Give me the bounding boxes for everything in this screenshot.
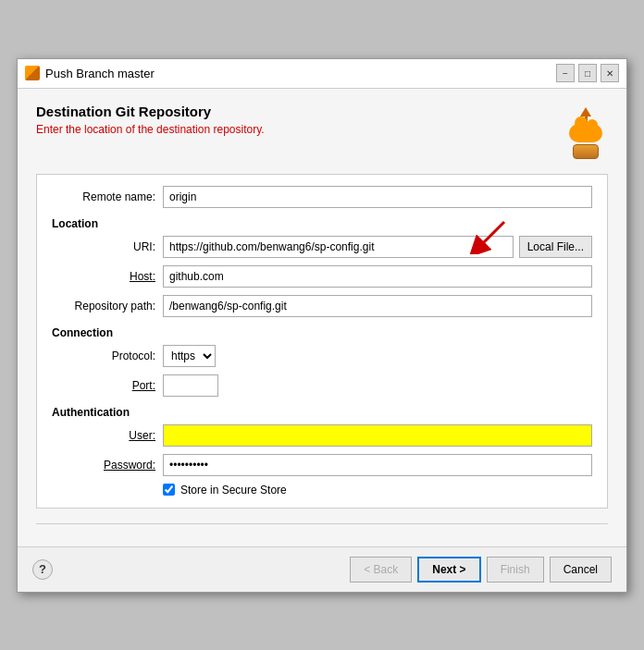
cylinder-icon: [573, 144, 599, 158]
password-label: Password:: [52, 459, 163, 472]
port-label: Port:: [52, 379, 163, 392]
window-icon: [25, 66, 40, 80]
local-file-button[interactable]: Local File...: [519, 236, 592, 258]
header-section: Destination Git Repository Enter the loc…: [36, 104, 608, 159]
cloud-body-icon: [569, 124, 602, 143]
repo-path-label: Repository path:: [52, 300, 163, 313]
help-button[interactable]: ?: [32, 559, 53, 580]
title-bar: Push Branch master − □ ✕: [18, 59, 626, 89]
uri-label: URI:: [52, 240, 163, 253]
cloud-upload-icon: [564, 107, 608, 159]
auth-heading: Authentication: [52, 406, 592, 419]
form-section: Remote name: Location: [36, 174, 608, 509]
repo-path-input[interactable]: [163, 295, 592, 317]
location-heading: Location: [52, 217, 592, 230]
uri-input[interactable]: [163, 236, 514, 258]
footer-left: ?: [32, 559, 53, 580]
close-button[interactable]: ✕: [601, 64, 619, 82]
user-row: User:: [52, 424, 592, 447]
dialog-subtitle: Enter the location of the destination re…: [36, 123, 265, 136]
window-title: Push Branch master: [45, 67, 556, 80]
push-branch-window: Push Branch master − □ ✕ Destination Git…: [17, 58, 627, 593]
secure-store-row: Store in Secure Store: [163, 484, 592, 497]
password-input[interactable]: [163, 454, 592, 476]
minimize-button[interactable]: −: [556, 64, 575, 82]
secure-store-label: Store in Secure Store: [180, 484, 287, 497]
window-controls: − □ ✕: [556, 64, 619, 82]
cancel-button[interactable]: Cancel: [550, 557, 612, 583]
uri-input-wrap: [163, 236, 514, 258]
port-input[interactable]: [163, 374, 218, 397]
protocol-select[interactable]: https http ssh git: [163, 345, 216, 367]
protocol-row: Protocol: https http ssh git: [52, 345, 592, 367]
host-input[interactable]: [163, 265, 592, 288]
remote-name-input[interactable]: [163, 186, 592, 208]
port-row: Port:: [52, 374, 592, 397]
connection-heading: Connection: [52, 326, 592, 339]
host-row: Host:: [52, 265, 592, 288]
user-input[interactable]: [163, 424, 592, 447]
restore-button[interactable]: □: [578, 64, 597, 82]
user-label: User:: [52, 429, 163, 442]
finish-button[interactable]: Finish: [487, 557, 544, 583]
repo-path-row: Repository path:: [52, 295, 592, 317]
uri-row: URI: Local File...: [52, 236, 592, 258]
next-button[interactable]: Next >: [417, 557, 480, 583]
secure-store-checkbox[interactable]: [163, 484, 175, 496]
password-row: Password:: [52, 454, 592, 476]
divider: [36, 523, 608, 524]
remote-name-label: Remote name:: [52, 190, 163, 203]
remote-name-row: Remote name:: [52, 186, 592, 208]
uri-section: URI: Local File...: [52, 236, 592, 258]
dialog-content: Destination Git Repository Enter the loc…: [18, 89, 626, 546]
header-text: Destination Git Repository Enter the loc…: [36, 104, 265, 136]
back-button[interactable]: < Back: [350, 557, 412, 583]
host-label: Host:: [52, 270, 163, 283]
dialog-footer: ? < Back Next > Finish Cancel: [18, 546, 626, 592]
protocol-label: Protocol:: [52, 350, 163, 362]
dialog-title: Destination Git Repository: [36, 104, 265, 119]
footer-right: < Back Next > Finish Cancel: [350, 557, 612, 583]
